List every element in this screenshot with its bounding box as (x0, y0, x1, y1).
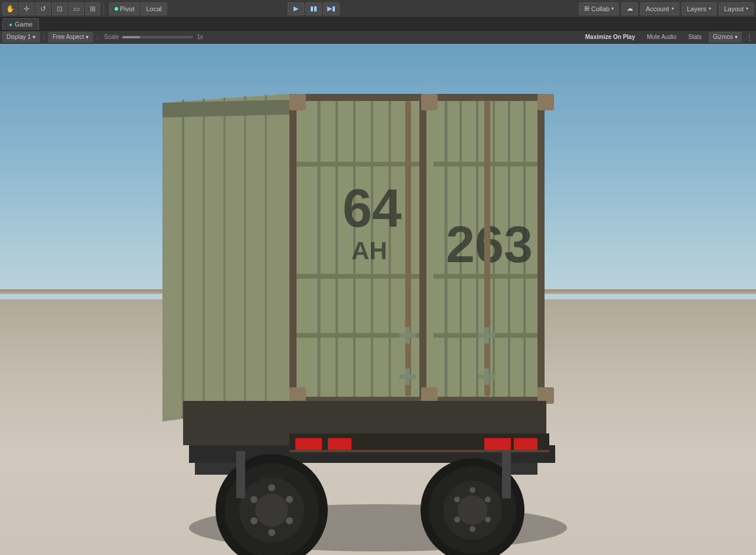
hand-tool-btn[interactable]: ✋ (2, 2, 18, 15)
collab-label: Collab (591, 5, 610, 12)
pause-button[interactable]: ▮▮ (305, 2, 322, 15)
rect-tool-btn[interactable]: ▭ (69, 2, 84, 15)
layout-arrow: ▾ (746, 6, 748, 11)
move-tool-btn[interactable]: ✛ (19, 2, 34, 15)
pivot-button[interactable]: Pivot (109, 2, 139, 15)
aspect-dropdown[interactable]: Free Aspect ▾ (48, 32, 93, 43)
lug-5 (250, 517, 258, 524)
maximize-on-play-btn[interactable]: Maximize On Play (581, 32, 640, 43)
corner-tl-l (289, 94, 306, 110)
frame-top-left (289, 94, 426, 101)
transform-tools: ✋ ✛ ↺ ⊡ ▭ ⊞ (2, 2, 100, 15)
transform-tool-btn[interactable]: ⊞ (85, 2, 100, 15)
separator-v2: | (96, 34, 98, 41)
h-band-l1 (296, 162, 419, 166)
game-subtoolbar: Display 1 ▾ | Free Aspect ▾ | Scale 1x M… (0, 31, 756, 44)
lug-3 (286, 517, 293, 524)
scale-slider[interactable] (122, 36, 193, 38)
lock-bar-r (484, 101, 490, 396)
rotate-tool-btn[interactable]: ↺ (35, 2, 51, 15)
step-button[interactable]: ▶▮ (323, 2, 340, 15)
subtoolbar-right: Maximize On Play Mute Audio Stats Gizmos… (581, 32, 754, 43)
game-tab-label: Game (15, 21, 32, 28)
cloud-button[interactable]: ☁ (621, 2, 638, 15)
layout-label: Layout (724, 5, 744, 12)
tail-light-r1 (484, 438, 511, 450)
lug-4 (268, 529, 275, 536)
container-text-an: АН (351, 237, 387, 265)
scale-tool-btn[interactable]: ⊡ (52, 2, 67, 15)
scale-label: Scale (104, 34, 119, 40)
gizmos-arrow: ▾ (735, 34, 738, 40)
game-tab[interactable]: ● Game (2, 18, 39, 30)
handle-l-v (405, 327, 410, 344)
layout-button[interactable]: Layout ▾ (719, 2, 754, 15)
display-dropdown[interactable]: Display 1 ▾ (2, 32, 40, 43)
collab-icon: ⊞ (584, 5, 589, 12)
stats-btn[interactable]: Stats (683, 32, 706, 43)
lug-r6 (454, 497, 460, 502)
game-tabbar: ● Game (0, 18, 756, 31)
lug-r5 (454, 517, 460, 523)
handle-l-v2 (405, 368, 410, 385)
pivot-dot (115, 7, 118, 11)
strut-right (502, 451, 511, 498)
pivot-local-group: Pivot Local (109, 2, 167, 15)
lock-bar-l (405, 101, 411, 396)
handle-r-v2 (484, 368, 489, 385)
lug-r2 (485, 497, 491, 502)
play-controls: ▶ ▮▮ ▶▮ (288, 2, 340, 15)
play-button[interactable]: ▶ (288, 2, 304, 15)
account-arrow: ▾ (672, 6, 674, 11)
strut-left (236, 451, 245, 498)
more-options-icon[interactable]: ⋮ (745, 32, 754, 42)
tail-light-l1 (295, 438, 322, 450)
wheel-right-center (458, 495, 487, 525)
lug-1 (268, 484, 275, 491)
gizmos-dropdown[interactable]: Gizmos ▾ (709, 32, 742, 43)
pivot-label: Pivot (120, 5, 134, 12)
mute-audio-btn[interactable]: Mute Audio (642, 32, 681, 43)
collab-arrow: ▾ (611, 6, 614, 11)
container-text-64: 64 (343, 179, 402, 238)
account-button[interactable]: Account ▾ (640, 2, 679, 15)
lug-r4 (470, 526, 475, 532)
handle-r-v (484, 327, 489, 344)
truck-scene-svg: 64 АН 263 (0, 44, 756, 555)
aspect-label: Free Aspect (53, 34, 84, 40)
gizmos-label: Gizmos (713, 34, 733, 40)
lug-6 (250, 496, 258, 503)
display-label: Display 1 (6, 34, 31, 40)
layers-label: Layers (687, 5, 706, 12)
game-viewport: 64 АН 263 (0, 44, 756, 555)
account-label: Account (646, 5, 669, 12)
corner-tr-r (537, 94, 554, 110)
unity-icon: ● (9, 21, 12, 28)
container-left-side (162, 94, 289, 422)
frame-right (537, 94, 545, 404)
separator-v: | (43, 34, 45, 41)
tail-light-l2 (328, 438, 351, 450)
layers-button[interactable]: Layers ▾ (682, 2, 716, 15)
aspect-arrow: ▾ (86, 34, 89, 40)
collab-button[interactable]: ⊞ Collab ▾ (579, 2, 619, 15)
frame-top-right (426, 94, 545, 101)
local-label: Local (146, 5, 161, 12)
h-band-l2 (296, 274, 419, 279)
lug-2 (286, 496, 293, 503)
scale-bar-fill (122, 36, 140, 38)
wheel-left-center (255, 494, 288, 527)
layers-arrow: ▾ (709, 6, 711, 11)
rust-band (289, 450, 549, 452)
lug-r3 (485, 517, 491, 523)
scale-value: 1x (197, 34, 203, 40)
local-button[interactable]: Local (141, 2, 167, 15)
right-controls: ⊞ Collab ▾ ☁ Account ▾ Layers ▾ Layout ▾ (579, 2, 754, 15)
display-arrow: ▾ (32, 34, 35, 40)
top-toolbar: ✋ ✛ ↺ ⊡ ▭ ⊞ Pivot Local ▶ ▮▮ ▶▮ ⊞ Collab… (0, 0, 756, 18)
separator-1 (103, 3, 104, 15)
frame-left (289, 94, 296, 404)
frame-mid (419, 94, 426, 404)
lug-r1 (470, 487, 475, 493)
tail-light-r2 (514, 438, 537, 450)
